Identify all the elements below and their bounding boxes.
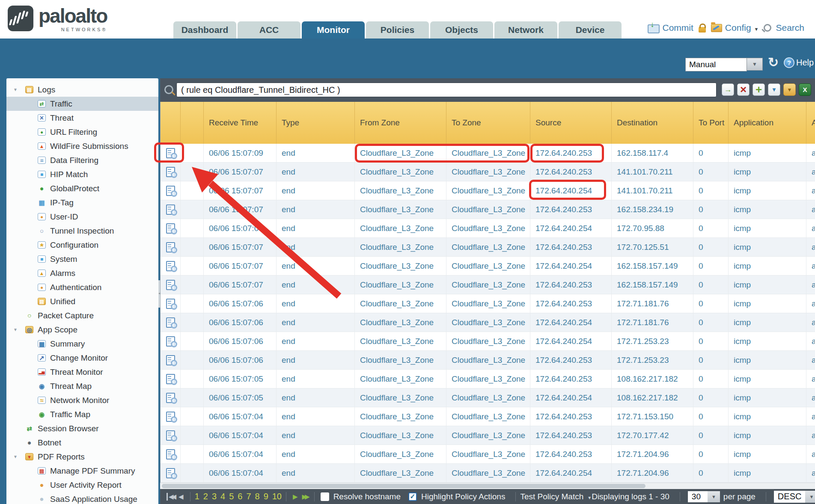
expand-arrow-icon[interactable] (13, 87, 25, 92)
expand-arrow-icon[interactable] (13, 327, 25, 332)
log-detail-icon[interactable] (166, 223, 175, 234)
column-header-to-zone[interactable]: To Zone (446, 102, 530, 144)
log-row[interactable]: 06/06 15:07:07endCloudflare_L3_ZoneCloud… (161, 257, 815, 276)
last-page-button[interactable] (302, 493, 308, 501)
log-filter-input[interactable] (176, 83, 717, 97)
search-button[interactable]: Search (764, 23, 804, 33)
log-detail-icon[interactable] (166, 393, 175, 403)
log-row[interactable]: 06/06 15:07:06endCloudflare_L3_ZoneCloud… (161, 313, 815, 332)
page-8-link[interactable]: 8 (255, 492, 260, 501)
sidebar-item-network-monitor[interactable]: Network Monitor (6, 393, 158, 407)
log-detail-icon[interactable] (166, 430, 175, 441)
sidebar-item-manage-pdf-summary[interactable]: Manage PDF Summary (6, 464, 158, 478)
sidebar-item-session-browser[interactable]: Session Browser (6, 421, 158, 436)
scrollbar-thumb[interactable] (162, 484, 645, 488)
sidebar-item-system[interactable]: System (6, 252, 158, 266)
log-detail-icon[interactable] (166, 449, 175, 460)
sort-order-select[interactable]: DESC (774, 491, 815, 503)
log-row[interactable]: 06/06 15:07:04endCloudflare_L3_ZoneCloud… (161, 464, 815, 483)
log-detail-icon[interactable] (166, 355, 175, 365)
per-page-select[interactable]: 30 (688, 491, 720, 502)
sidebar-item-botnet[interactable]: Botnet (6, 436, 158, 450)
sidebar-item-change-monitor[interactable]: Change Monitor (6, 351, 158, 365)
saved-filters-button[interactable] (783, 83, 796, 96)
column-header-destination[interactable]: Destination (612, 102, 693, 144)
column-header-receive-time[interactable]: Receive Time (204, 102, 277, 144)
sidebar-item-packet-capture[interactable]: Packet Capture (6, 308, 158, 323)
export-logs-button[interactable] (799, 83, 811, 96)
column-header-blank[interactable] (161, 102, 181, 144)
chevron-down-icon[interactable] (805, 491, 815, 503)
config-menu[interactable]: Config (711, 23, 759, 33)
commit-button[interactable]: Commit (648, 23, 693, 33)
sidebar-item-summary[interactable]: Summary (6, 337, 158, 351)
column-header-from-zone[interactable]: From Zone (355, 102, 446, 144)
log-row[interactable]: 06/06 15:07:09endCloudflare_L3_ZoneCloud… (161, 144, 815, 163)
sidebar-item-wildfire-submissions[interactable]: WildFire Submissions (6, 139, 158, 153)
column-header-type[interactable]: Type (277, 102, 355, 144)
log-detail-icon[interactable] (166, 280, 175, 290)
page-4-link[interactable]: 4 (220, 492, 225, 501)
test-policy-match-dropdown[interactable]: Test Policy Match (520, 492, 592, 501)
sidebar-item-ip-tag[interactable]: IP-Tag (6, 196, 158, 210)
tab-policies[interactable]: Policies (366, 21, 429, 39)
clear-filter-button[interactable] (737, 83, 750, 96)
column-header-source[interactable]: Source (530, 102, 612, 144)
page-9-link[interactable]: 9 (264, 492, 268, 501)
tab-monitor[interactable]: Monitor (302, 21, 365, 39)
sidebar-item-threat[interactable]: Threat (6, 111, 158, 125)
log-row[interactable]: 06/06 15:07:07endCloudflare_L3_ZoneCloud… (161, 276, 815, 294)
log-detail-icon[interactable] (166, 148, 175, 158)
expand-arrow-icon[interactable] (13, 454, 25, 459)
sidebar-item-user-activity-report[interactable]: User Activity Report (6, 478, 158, 492)
sidebar-item-saas-application-usage[interactable]: SaaS Application Usage (6, 492, 158, 504)
log-row[interactable]: 06/06 15:07:05endCloudflare_L3_ZoneCloud… (161, 370, 815, 388)
add-filter-button[interactable] (753, 83, 765, 96)
sidebar-item-data-filtering[interactable]: Data Filtering (6, 153, 158, 167)
refresh-icon[interactable] (768, 56, 779, 69)
filter-builder-button[interactable] (768, 83, 780, 96)
highlight-policy-actions-checkbox[interactable] (408, 492, 417, 501)
lock-icon[interactable] (699, 27, 706, 33)
sidebar-item-pdf-reports[interactable]: PDF Reports (6, 450, 158, 464)
sidebar-item-app-scope[interactable]: App Scope (6, 323, 158, 337)
log-row[interactable]: 06/06 15:07:07endCloudflare_L3_ZoneCloud… (161, 219, 815, 238)
first-page-button[interactable] (167, 493, 174, 501)
sidebar-item-globalprotect[interactable]: GlobalProtect (6, 181, 158, 196)
sidebar-item-alarms[interactable]: Alarms (6, 266, 158, 280)
help-button[interactable]: Help (784, 57, 814, 68)
sidebar-item-hip-match[interactable]: HIP Match (6, 167, 158, 181)
tab-network[interactable]: Network (494, 21, 557, 39)
log-row[interactable]: 06/06 15:07:06endCloudflare_L3_ZoneCloud… (161, 332, 815, 351)
previous-page-button[interactable] (178, 493, 184, 501)
log-detail-icon[interactable] (166, 468, 175, 478)
refresh-interval-arrow-icon[interactable] (747, 58, 763, 71)
tab-acc[interactable]: ACC (238, 21, 300, 39)
sidebar-item-threat-monitor[interactable]: Threat Monitor (6, 365, 158, 379)
sidebar-item-url-filtering[interactable]: URL Filtering (6, 125, 158, 139)
log-row[interactable]: 06/06 15:07:04endCloudflare_L3_ZoneCloud… (161, 445, 815, 464)
sidebar-item-unified[interactable]: Unified (6, 294, 158, 308)
page-2-link[interactable]: 2 (203, 492, 208, 501)
sidebar-item-traffic-map[interactable]: Traffic Map (6, 407, 158, 421)
log-detail-icon[interactable] (166, 374, 175, 384)
log-detail-icon[interactable] (166, 317, 175, 328)
log-row[interactable]: 06/06 15:07:06endCloudflare_L3_ZoneCloud… (161, 351, 815, 370)
log-row[interactable]: 06/06 15:07:04endCloudflare_L3_ZoneCloud… (161, 426, 815, 445)
page-3-link[interactable]: 3 (212, 492, 217, 501)
resolve-hostname-checkbox[interactable] (321, 492, 329, 501)
log-detail-icon[interactable] (166, 261, 175, 271)
tab-device[interactable]: Device (559, 21, 622, 39)
log-row[interactable]: 06/06 15:07:04endCloudflare_L3_ZoneCloud… (161, 407, 815, 426)
horizontal-scrollbar[interactable] (160, 483, 815, 489)
column-header-blank[interactable] (181, 102, 204, 144)
page-6-link[interactable]: 6 (238, 492, 242, 501)
sidebar-item-user-id[interactable]: User-ID (6, 210, 158, 224)
sidebar-item-tunnel-inspection[interactable]: Tunnel Inspection (6, 224, 158, 238)
tab-dashboard[interactable]: Dashboard (173, 21, 236, 39)
page-10-link[interactable]: 10 (272, 492, 282, 501)
log-row[interactable]: 06/06 15:07:07endCloudflare_L3_ZoneCloud… (161, 163, 815, 181)
column-header-to-port[interactable]: To Port (693, 102, 729, 144)
log-detail-icon[interactable] (166, 242, 175, 252)
chevron-down-icon[interactable] (708, 491, 720, 502)
